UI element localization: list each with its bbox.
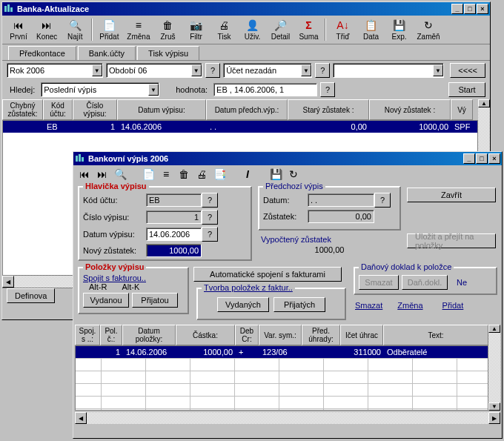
- print-button[interactable]: 🖨Tisk: [210, 17, 237, 42]
- swap-button[interactable]: ↻Zaměň: [414, 17, 442, 42]
- start-button[interactable]: Start: [448, 82, 485, 97]
- trash-icon[interactable]: 🗑: [177, 168, 190, 181]
- account-input[interactable]: [224, 66, 301, 75]
- minimize-button[interactable]: _: [451, 4, 463, 14]
- col-novy[interactable]: Nový zůstatek :: [369, 99, 451, 120]
- prijatou-button[interactable]: Přijatou: [132, 293, 178, 308]
- search-combo[interactable]: ▼: [41, 82, 159, 97]
- col-kod[interactable]: Kód účtu:: [43, 99, 73, 120]
- period-help-button[interactable]: ?: [205, 63, 220, 78]
- find-button[interactable]: 🔍Najít: [62, 17, 88, 42]
- datum-help-button[interactable]: ?: [202, 227, 218, 242]
- child-minimize-button[interactable]: _: [463, 153, 475, 164]
- filter-button[interactable]: 📷Filtr: [182, 17, 209, 42]
- first-icon[interactable]: ⏮: [78, 168, 91, 181]
- detail-button[interactable]: 🔎Detail: [267, 17, 294, 42]
- printer-icon[interactable]: 🖨: [195, 168, 208, 181]
- chevron-down-icon[interactable]: ▼: [301, 64, 311, 76]
- col-cislo[interactable]: Číslo výpisu:: [73, 99, 117, 120]
- change-button[interactable]: ≡Změna: [124, 17, 153, 42]
- ccol-icet[interactable]: Ičet úhrac: [340, 325, 383, 345]
- last-button[interactable]: ⏭Konec: [33, 17, 60, 42]
- col-vy[interactable]: Vý: [451, 99, 473, 120]
- child-scroll-up[interactable]: ▲: [488, 325, 500, 333]
- ccol-pol[interactable]: Pol. č.:: [100, 325, 122, 345]
- novy-field[interactable]: 1000,00: [146, 244, 202, 257]
- period-combo[interactable]: ▼: [106, 63, 202, 78]
- col-stary[interactable]: Starý zůstatek :: [288, 99, 369, 120]
- account-help-button[interactable]: ?: [315, 63, 330, 78]
- child-grid-row[interactable]: 1 14.06.2006 1000,00 + 123/06 311000 Odb…: [76, 346, 488, 358]
- ccol-datum[interactable]: Datum položky:: [122, 325, 176, 345]
- list-icon[interactable]: ≡: [159, 168, 173, 181]
- chevron-down-icon[interactable]: ▼: [433, 64, 444, 76]
- value-field[interactable]: EB , 14.06.2006, 1: [213, 83, 317, 96]
- kod-help-button[interactable]: ?: [202, 193, 218, 208]
- zavrit-button[interactable]: Zavřít: [407, 188, 496, 202]
- cislo-help-button[interactable]: ?: [202, 210, 218, 225]
- period-input[interactable]: [107, 66, 191, 75]
- maximize-button[interactable]: □: [464, 4, 476, 14]
- tab-bankucty[interactable]: Bank.účty: [78, 46, 136, 60]
- add-button[interactable]: 📄Přidat: [96, 17, 122, 42]
- chevron-down-icon[interactable]: ▼: [92, 64, 102, 76]
- child-scroll-right[interactable]: ▶: [488, 412, 500, 424]
- value-help-button[interactable]: ?: [320, 82, 335, 97]
- user-button[interactable]: 👤Uživ.: [239, 17, 265, 42]
- sort-button[interactable]: A↓Třiď: [329, 17, 356, 42]
- vydanych-button[interactable]: Vydaných: [217, 297, 269, 312]
- tab-predkontace[interactable]: Předkontace: [8, 46, 76, 60]
- child-scroll-track-h[interactable]: [87, 412, 488, 424]
- prijatych-button[interactable]: Přijatých: [273, 297, 325, 312]
- col-datum[interactable]: Datum výpisu:: [117, 99, 206, 120]
- year-input[interactable]: [7, 66, 92, 75]
- new-doc-icon[interactable]: 📄: [142, 168, 155, 181]
- sum-button[interactable]: ΣSuma: [295, 17, 322, 42]
- italic-icon[interactable]: I: [241, 168, 254, 181]
- save-icon[interactable]: 💾: [269, 168, 282, 181]
- ccol-deb[interactable]: Deb Cr:: [235, 325, 259, 345]
- search-input[interactable]: [42, 85, 147, 94]
- col-predch[interactable]: Datum předch.výp.:: [206, 99, 288, 120]
- child-close-button[interactable]: ×: [488, 153, 500, 164]
- chevron-down-icon[interactable]: ▼: [148, 84, 159, 96]
- definovat-button[interactable]: Definova: [7, 288, 55, 303]
- export-button[interactable]: 💾Exp.: [385, 17, 412, 42]
- extra-combo[interactable]: ▼: [333, 63, 444, 78]
- year-combo[interactable]: ▼: [7, 63, 103, 78]
- ccol-spoj[interactable]: Spoj. s ..:: [75, 325, 100, 345]
- search-icon[interactable]: 🔍: [113, 168, 127, 181]
- child-scroll-left[interactable]: ◀: [75, 412, 87, 424]
- smazat-link[interactable]: Smazat: [355, 301, 382, 310]
- ccol-castka[interactable]: Částka:: [176, 325, 235, 345]
- ccol-text[interactable]: Text:: [383, 325, 488, 345]
- pred-help-button[interactable]: ?: [374, 193, 391, 208]
- zmena-link[interactable]: Změna: [397, 301, 422, 310]
- auto-spojeni-button[interactable]: Automatické spojení s fakturami: [193, 267, 342, 282]
- delete-button[interactable]: 🗑Zruš: [154, 17, 181, 42]
- scroll-left-button[interactable]: ◀: [2, 276, 14, 288]
- datum-field[interactable]: 14.06.2006: [146, 228, 202, 241]
- ccol-var[interactable]: Var. sym.:: [259, 325, 302, 345]
- refresh-icon[interactable]: ↻: [287, 168, 300, 181]
- close-button[interactable]: ×: [477, 4, 488, 14]
- dan-smazat-button[interactable]: Smazat: [359, 275, 399, 290]
- child-maximize-button[interactable]: □: [476, 153, 488, 164]
- vydanou-button[interactable]: Vydanou: [83, 293, 129, 308]
- ccol-pred[interactable]: Před. úhrady:: [302, 325, 340, 345]
- pridat-link[interactable]: Přidat: [442, 301, 464, 310]
- main-grid-row[interactable]: EB 1 14.06.2006 . . 0,00 1000,00 SPF: [3, 121, 477, 133]
- extra-input[interactable]: [334, 66, 432, 75]
- copy-icon[interactable]: 📑: [213, 168, 226, 181]
- dan-dokl-button[interactable]: Daň.dokl.: [402, 275, 448, 290]
- data-button[interactable]: 📋Data: [357, 17, 384, 42]
- scroll-up-button[interactable]: ▲: [478, 99, 490, 107]
- last-icon[interactable]: ⏭: [96, 168, 109, 181]
- chevron-down-icon[interactable]: ▼: [191, 64, 202, 76]
- tab-tiskvypisu[interactable]: Tisk výpisu: [137, 46, 199, 60]
- child-scroll-track-v[interactable]: [488, 333, 500, 402]
- tvorba-title[interactable]: Tvorba položek z faktur..: [202, 283, 295, 292]
- child-scroll-down[interactable]: ▼: [488, 402, 500, 411]
- ulozit-button[interactable]: Uložit a přejít na položky: [407, 233, 496, 248]
- back-button[interactable]: <<<<: [450, 63, 485, 78]
